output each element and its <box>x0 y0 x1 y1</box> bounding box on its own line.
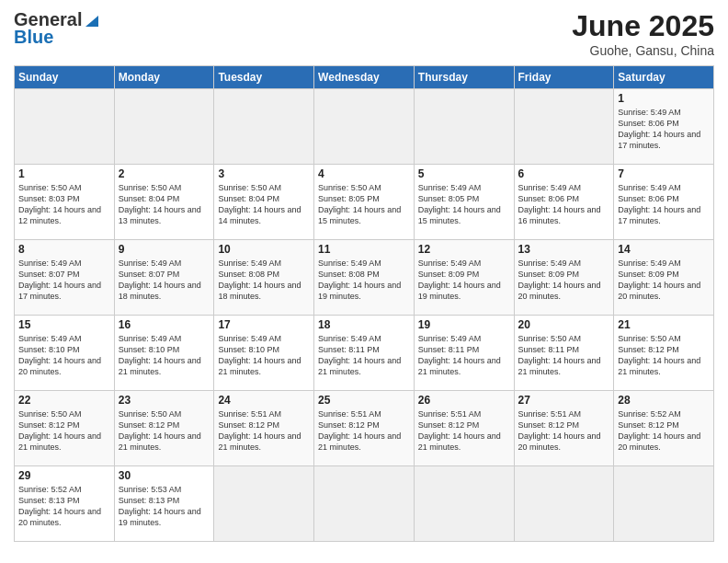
calendar-cell <box>314 466 415 542</box>
cell-content: Sunrise: 5:49 AMSunset: 8:06 PMDaylight:… <box>518 183 601 225</box>
calendar-cell: 15Sunrise: 5:49 AMSunset: 8:10 PMDayligh… <box>15 316 115 391</box>
day-number: 3 <box>218 167 310 180</box>
day-number: 18 <box>318 318 410 331</box>
cell-content: Sunrise: 5:50 AMSunset: 8:04 PMDaylight:… <box>119 183 201 225</box>
cell-content: Sunrise: 5:49 AMSunset: 8:08 PMDaylight:… <box>318 259 401 301</box>
calendar-cell: 29Sunrise: 5:52 AMSunset: 8:13 PMDayligh… <box>15 466 115 542</box>
cell-content: Sunrise: 5:50 AMSunset: 8:12 PMDaylight:… <box>618 334 700 376</box>
calendar-cell: 12Sunrise: 5:49 AMSunset: 8:09 PMDayligh… <box>414 240 514 316</box>
cell-content: Sunrise: 5:49 AMSunset: 8:06 PMDaylight:… <box>618 108 700 150</box>
cell-content: Sunrise: 5:49 AMSunset: 8:07 PMDaylight:… <box>119 259 201 301</box>
day-number: 23 <box>119 394 210 407</box>
cell-content: Sunrise: 5:50 AMSunset: 8:12 PMDaylight:… <box>119 409 201 452</box>
cell-content: Sunrise: 5:50 AMSunset: 8:12 PMDaylight:… <box>18 409 101 452</box>
day-number: 9 <box>119 243 210 256</box>
calendar-week-row: 1Sunrise: 5:49 AMSunset: 8:06 PMDaylight… <box>15 89 714 165</box>
calendar-cell: 19Sunrise: 5:49 AMSunset: 8:11 PMDayligh… <box>414 316 514 391</box>
calendar-header-row: SundayMondayTuesdayWednesdayThursdayFrid… <box>15 66 714 89</box>
main-container: General Blue June 2025 Guohe, Gansu, Chi… <box>0 0 728 551</box>
calendar-week-row: 8Sunrise: 5:49 AMSunset: 8:07 PMDaylight… <box>15 240 714 316</box>
calendar-cell <box>514 89 614 165</box>
day-header-friday: Friday <box>514 66 614 89</box>
calendar-cell: 27Sunrise: 5:51 AMSunset: 8:12 PMDayligh… <box>514 391 614 466</box>
cell-content: Sunrise: 5:52 AMSunset: 8:13 PMDaylight:… <box>18 485 101 527</box>
calendar-cell: 7Sunrise: 5:49 AMSunset: 8:06 PMDaylight… <box>614 165 714 240</box>
cell-content: Sunrise: 5:50 AMSunset: 8:03 PMDaylight:… <box>18 183 101 225</box>
day-number: 4 <box>318 167 410 180</box>
calendar-cell: 20Sunrise: 5:50 AMSunset: 8:11 PMDayligh… <box>514 316 614 391</box>
logo-triangle-icon <box>84 12 100 29</box>
calendar-cell <box>414 466 514 542</box>
logo: General Blue <box>14 9 100 48</box>
cell-content: Sunrise: 5:49 AMSunset: 8:09 PMDaylight:… <box>418 259 501 301</box>
calendar-cell: 14Sunrise: 5:49 AMSunset: 8:09 PMDayligh… <box>614 240 714 316</box>
day-number: 16 <box>119 318 210 331</box>
cell-content: Sunrise: 5:50 AMSunset: 8:11 PMDaylight:… <box>518 334 601 376</box>
cell-content: Sunrise: 5:49 AMSunset: 8:07 PMDaylight:… <box>18 259 101 301</box>
header: General Blue June 2025 Guohe, Gansu, Chi… <box>14 9 714 58</box>
day-number: 1 <box>618 92 710 105</box>
calendar-cell: 6Sunrise: 5:49 AMSunset: 8:06 PMDaylight… <box>514 165 614 240</box>
calendar-cell: 22Sunrise: 5:50 AMSunset: 8:12 PMDayligh… <box>15 391 115 466</box>
calendar-week-row: 1Sunrise: 5:50 AMSunset: 8:03 PMDaylight… <box>15 165 714 240</box>
day-number: 17 <box>218 318 310 331</box>
cell-content: Sunrise: 5:49 AMSunset: 8:05 PMDaylight:… <box>418 183 501 225</box>
day-header-tuesday: Tuesday <box>214 66 314 89</box>
cell-content: Sunrise: 5:49 AMSunset: 8:10 PMDaylight:… <box>18 334 101 376</box>
day-header-thursday: Thursday <box>414 66 514 89</box>
cell-content: Sunrise: 5:51 AMSunset: 8:12 PMDaylight:… <box>318 409 401 452</box>
calendar-cell <box>314 89 415 165</box>
cell-content: Sunrise: 5:51 AMSunset: 8:12 PMDaylight:… <box>218 409 301 452</box>
day-number: 7 <box>618 167 710 180</box>
day-number: 26 <box>418 394 510 407</box>
calendar-cell: 18Sunrise: 5:49 AMSunset: 8:11 PMDayligh… <box>314 316 415 391</box>
month-title: June 2025 <box>572 9 714 43</box>
day-number: 10 <box>218 243 310 256</box>
calendar-cell <box>214 466 314 542</box>
calendar-cell: 23Sunrise: 5:50 AMSunset: 8:12 PMDayligh… <box>114 391 214 466</box>
day-number: 19 <box>418 318 510 331</box>
cell-content: Sunrise: 5:51 AMSunset: 8:12 PMDaylight:… <box>518 409 601 452</box>
cell-content: Sunrise: 5:49 AMSunset: 8:10 PMDaylight:… <box>119 334 201 376</box>
logo-blue-text: Blue <box>14 27 53 48</box>
day-number: 6 <box>518 167 610 180</box>
location: Guohe, Gansu, China <box>572 43 714 58</box>
calendar-cell <box>614 466 714 542</box>
cell-content: Sunrise: 5:50 AMSunset: 8:05 PMDaylight:… <box>318 183 401 225</box>
day-number: 8 <box>18 243 110 256</box>
calendar-cell <box>114 89 214 165</box>
day-number: 5 <box>418 167 510 180</box>
calendar-cell: 17Sunrise: 5:49 AMSunset: 8:10 PMDayligh… <box>214 316 314 391</box>
day-number: 29 <box>18 469 110 482</box>
calendar-cell: 5Sunrise: 5:49 AMSunset: 8:05 PMDaylight… <box>414 165 514 240</box>
day-number: 14 <box>618 243 710 256</box>
calendar-cell <box>414 89 514 165</box>
calendar-cell: 16Sunrise: 5:49 AMSunset: 8:10 PMDayligh… <box>114 316 214 391</box>
calendar-cell: 1Sunrise: 5:50 AMSunset: 8:03 PMDaylight… <box>15 165 115 240</box>
day-number: 13 <box>518 243 610 256</box>
day-number: 20 <box>518 318 610 331</box>
cell-content: Sunrise: 5:49 AMSunset: 8:11 PMDaylight:… <box>418 334 501 376</box>
day-number: 24 <box>218 394 310 407</box>
day-header-saturday: Saturday <box>614 66 714 89</box>
cell-content: Sunrise: 5:49 AMSunset: 8:06 PMDaylight:… <box>618 183 700 225</box>
day-number: 1 <box>18 167 110 180</box>
day-number: 21 <box>618 318 710 331</box>
day-number: 28 <box>618 394 710 407</box>
cell-content: Sunrise: 5:49 AMSunset: 8:10 PMDaylight:… <box>218 334 301 376</box>
cell-content: Sunrise: 5:49 AMSunset: 8:11 PMDaylight:… <box>318 334 401 376</box>
cell-content: Sunrise: 5:49 AMSunset: 8:09 PMDaylight:… <box>618 259 700 301</box>
calendar-table: SundayMondayTuesdayWednesdayThursdayFrid… <box>14 65 714 542</box>
calendar-cell: 11Sunrise: 5:49 AMSunset: 8:08 PMDayligh… <box>314 240 415 316</box>
day-number: 12 <box>418 243 510 256</box>
calendar-cell: 1Sunrise: 5:49 AMSunset: 8:06 PMDaylight… <box>614 89 714 165</box>
day-number: 11 <box>318 243 410 256</box>
day-header-sunday: Sunday <box>15 66 115 89</box>
calendar-cell <box>15 89 115 165</box>
calendar-cell: 4Sunrise: 5:50 AMSunset: 8:05 PMDaylight… <box>314 165 415 240</box>
cell-content: Sunrise: 5:49 AMSunset: 8:08 PMDaylight:… <box>218 259 301 301</box>
day-number: 15 <box>18 318 110 331</box>
calendar-cell: 25Sunrise: 5:51 AMSunset: 8:12 PMDayligh… <box>314 391 415 466</box>
svg-marker-0 <box>85 16 98 27</box>
calendar-cell <box>514 466 614 542</box>
